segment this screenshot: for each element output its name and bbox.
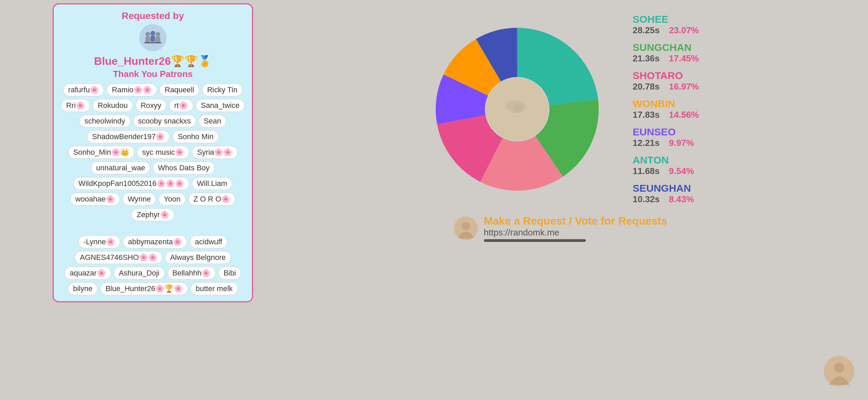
svg-point-2 bbox=[150, 31, 155, 36]
legend-pct: 16.97% bbox=[669, 81, 699, 92]
legend-stats: 28.25s 23.07% bbox=[633, 25, 699, 36]
svg-rect-5 bbox=[156, 37, 160, 43]
svg-point-0 bbox=[145, 32, 150, 37]
patron-tag: Ramio🌸🌸 bbox=[107, 83, 157, 96]
legend-item-shotaro: SHOTARO 20.78s 16.97% bbox=[633, 70, 699, 92]
legend-time: 28.25s bbox=[633, 25, 660, 35]
legend-name: SEUNGHAN bbox=[633, 183, 699, 194]
patron-tag: abbymazenta🌸 bbox=[123, 235, 187, 248]
patron-tag: Raqueell bbox=[160, 83, 199, 96]
requested-by-label: Requested by bbox=[122, 11, 184, 21]
patron-tag: acidwuff bbox=[190, 235, 227, 248]
patron-tag: Sean bbox=[199, 115, 226, 128]
patron-tag: butter melk bbox=[191, 282, 238, 295]
legend-name: WONBIN bbox=[633, 98, 699, 110]
left-panel: Requested by Blue_Hunter26🏆🏆🏅 Thank You … bbox=[53, 3, 253, 302]
patron-tag: -Lynne🌸 bbox=[78, 235, 120, 248]
patron-tag: Ricky Tin bbox=[202, 83, 242, 96]
patron-tag: Bellahhh🌸 bbox=[167, 267, 216, 280]
legend-item-seunghan: SEUNGHAN 10.32s 8.43% bbox=[633, 183, 699, 205]
patron-tag: rt🌸 bbox=[169, 99, 193, 112]
patron-tag: syc music🌸 bbox=[137, 146, 189, 159]
patron-tag: Bibi bbox=[218, 267, 241, 280]
legend-pct: 14.56% bbox=[669, 110, 699, 120]
legend-item-sungchan: SUNGCHAN 21.36s 17.45% bbox=[633, 42, 699, 64]
patron-tag: Sonho Min bbox=[173, 130, 218, 143]
legend-item-anton: ANTON 11.68s 9.54% bbox=[633, 154, 699, 176]
patron-tag: Rri🌸 bbox=[61, 99, 90, 112]
patron-tag: Rokudou bbox=[93, 99, 133, 112]
patron-tag: rafurfu🌸 bbox=[63, 83, 104, 96]
legend-time: 11.68s bbox=[633, 166, 660, 176]
patron-tag: scheolwindy bbox=[79, 115, 130, 128]
patron-tag: Sana_twice bbox=[196, 99, 245, 112]
patrons-grid: rafurfu🌸 Ramio🌸🌸 Raqueell Ricky Tin Rri🌸… bbox=[60, 83, 246, 295]
svg-rect-3 bbox=[150, 36, 155, 42]
cta-text: Make a Request / Vote for Requests https… bbox=[484, 215, 667, 242]
cta-title: Make a Request / Vote for Requests bbox=[484, 215, 667, 227]
legend-item-eunseo: EUNSEO 12.21s 9.97% bbox=[633, 126, 699, 148]
chart-area: SOHEE 28.25s 23.07% SUNGCHAN 21.36s 17.4… bbox=[422, 14, 699, 205]
patron-tag: wooahae🌸 bbox=[70, 193, 120, 206]
svg-point-11 bbox=[462, 222, 470, 230]
legend-pct: 9.54% bbox=[669, 166, 694, 176]
thank-you-label: Thank You Patrons bbox=[113, 69, 193, 79]
patron-tag: scooby snackxs bbox=[133, 115, 196, 128]
patron-tag: WildKpopFan10052016🌸🌸🌸 bbox=[73, 177, 189, 190]
patron-tag: aquazar🌸 bbox=[65, 267, 111, 280]
legend-name: SOHEE bbox=[633, 14, 699, 25]
legend-pct: 17.45% bbox=[669, 53, 699, 63]
cta-url: https://randomk.me bbox=[484, 227, 667, 238]
main-content: SOHEE 28.25s 23.07% SUNGCHAN 21.36s 17.4… bbox=[253, 0, 868, 249]
legend-time: 12.21s bbox=[633, 138, 660, 148]
patron-tag: AGNES4746SHO🌸🌸 bbox=[75, 251, 162, 264]
cta-progress-bar bbox=[484, 239, 586, 242]
svg-point-13 bbox=[834, 363, 844, 373]
patron-tag: Always Belgnore bbox=[165, 251, 231, 264]
svg-point-4 bbox=[156, 32, 160, 37]
patron-tag: Yoon bbox=[159, 193, 185, 206]
username: Blue_Hunter26🏆🏆🏅 bbox=[94, 55, 212, 68]
pie-chart bbox=[422, 14, 612, 204]
legend-name: SUNGCHAN bbox=[633, 42, 699, 53]
legend-time: 10.32s bbox=[633, 194, 660, 204]
cta-avatar bbox=[454, 216, 478, 240]
patron-tag: Blue_Hunter26🌸🏆🌸 bbox=[100, 282, 188, 295]
legend-pct: 23.07% bbox=[669, 25, 699, 35]
patron-tag: Will.Liam bbox=[192, 177, 232, 190]
legend-item-wonbin: WONBIN 17.83s 14.56% bbox=[633, 98, 699, 120]
patron-tag: Roxyy bbox=[135, 99, 166, 112]
legend-stats: 21.36s 17.45% bbox=[633, 53, 699, 64]
legend: SOHEE 28.25s 23.07% SUNGCHAN 21.36s 17.4… bbox=[633, 14, 699, 205]
patron-tag: Whos Dats Boy bbox=[153, 161, 215, 174]
patron-tag: Wynne bbox=[123, 193, 156, 206]
corner-avatar bbox=[824, 356, 854, 386]
legend-name: SHOTARO bbox=[633, 70, 699, 81]
patron-tag: Zephyr🌸 bbox=[131, 208, 174, 221]
legend-time: 17.83s bbox=[633, 110, 660, 120]
legend-stats: 17.83s 14.56% bbox=[633, 110, 699, 120]
patron-tag: Ashura_Doji bbox=[114, 267, 165, 280]
patron-tag: unnatural_wae bbox=[91, 161, 150, 174]
legend-name: EUNSEO bbox=[633, 126, 699, 138]
patron-tag: Z O R O🌸 bbox=[188, 193, 236, 206]
cta-section: Make a Request / Vote for Requests https… bbox=[454, 215, 667, 242]
legend-stats: 12.21s 9.97% bbox=[633, 138, 699, 148]
patron-tag: Sonho_Min🌸👑 bbox=[68, 146, 134, 159]
legend-time: 20.78s bbox=[633, 81, 660, 92]
patron-tag: Syria🌸🌸 bbox=[192, 146, 237, 159]
legend-name: ANTON bbox=[633, 154, 699, 166]
patron-tag: ShadowBender197🌸 bbox=[87, 130, 170, 143]
svg-rect-1 bbox=[145, 37, 150, 43]
legend-item-sohee: SOHEE 28.25s 23.07% bbox=[633, 14, 699, 36]
legend-time: 21.36s bbox=[633, 53, 660, 63]
patron-tag: bilyne bbox=[68, 282, 97, 295]
legend-stats: 10.32s 8.43% bbox=[633, 194, 699, 205]
legend-pct: 9.97% bbox=[669, 138, 694, 148]
avatar bbox=[139, 24, 166, 51]
legend-pct: 8.43% bbox=[669, 194, 694, 204]
legend-stats: 11.68s 9.54% bbox=[633, 166, 699, 176]
legend-stats: 20.78s 16.97% bbox=[633, 81, 699, 92]
